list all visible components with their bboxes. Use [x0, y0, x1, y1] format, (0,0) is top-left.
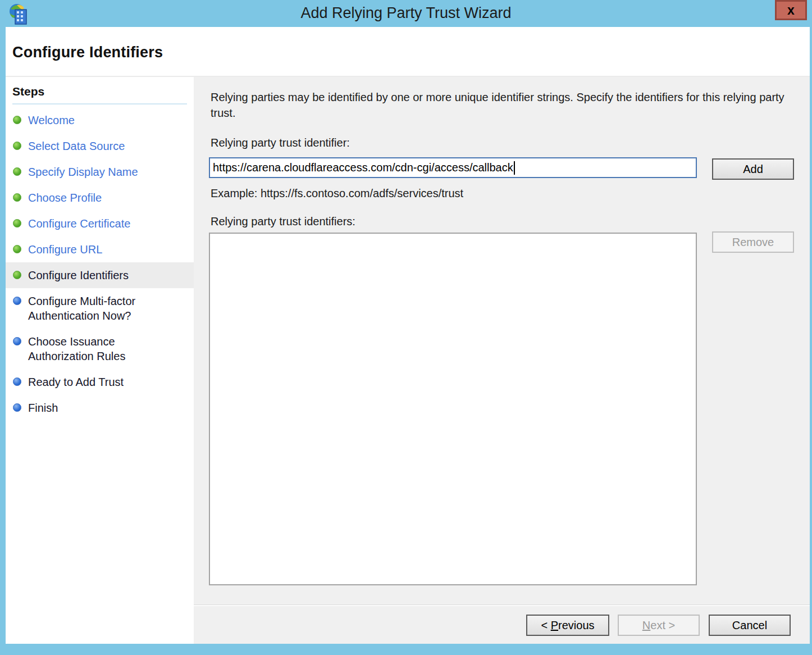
step-label: Choose Issuance Authorization Rules [28, 334, 166, 363]
step-label: Ready to Add Trust [28, 375, 124, 389]
footer-bar: < Previous Next > Cancel [194, 605, 810, 644]
step-item-select-data-source[interactable]: Select Data Source [6, 133, 194, 159]
step-label: Configure Certificate [28, 216, 130, 231]
identifiers-list-label: Relying party trust identifiers: [211, 215, 355, 228]
step-completed-dot-icon [13, 116, 21, 124]
next-button[interactable]: Next > [618, 615, 700, 636]
window-title: Add Relying Party Trust Wizard [0, 4, 812, 22]
step-item-choose-issuance-rules: Choose Issuance Authorization Rules [6, 329, 194, 369]
wizard-window: Add Relying Party Trust Wizard x Configu… [0, 0, 812, 655]
step-label: Finish [28, 401, 58, 415]
step-item-configure-multifactor: Configure Multi-factor Authentication No… [6, 288, 194, 329]
identifier-input[interactable]: https://carena.cloudflareaccess.com/cdn-… [209, 157, 697, 178]
step-completed-dot-icon [13, 193, 21, 202]
step-item-configure-identifiers[interactable]: Configure Identifiers [6, 262, 194, 288]
page-title: Configure Identifiers [12, 44, 163, 61]
step-item-configure-certificate[interactable]: Configure Certificate [6, 211, 194, 236]
main-pane: Relying parties may be identified by one… [194, 77, 810, 605]
step-pending-dot-icon [13, 403, 21, 412]
page-header: Configure Identifiers [6, 27, 810, 77]
step-item-configure-url[interactable]: Configure URL [6, 236, 194, 262]
next-button-label: Next > [642, 619, 675, 632]
step-completed-dot-icon [13, 245, 21, 253]
example-text: Example: https://fs.contoso.com/adfs/ser… [211, 187, 463, 200]
step-completed-dot-icon [13, 142, 21, 150]
steps-list: Welcome Select Data Source Specify Displ… [6, 107, 194, 421]
window-surface: Configure Identifiers Steps Welcome Sele… [6, 27, 810, 644]
add-button[interactable]: Add [712, 158, 794, 180]
step-completed-dot-icon [13, 271, 21, 279]
step-item-finish: Finish [6, 395, 194, 421]
step-label: Configure Multi-factor Authentication No… [28, 294, 166, 323]
step-completed-dot-icon [13, 219, 21, 228]
remove-button[interactable]: Remove [712, 231, 794, 253]
titlebar: Add Relying Party Trust Wizard x [0, 0, 812, 27]
step-pending-dot-icon [13, 297, 21, 305]
step-item-choose-profile[interactable]: Choose Profile [6, 185, 194, 211]
step-label: Configure Identifiers [28, 268, 129, 283]
step-label: Choose Profile [28, 190, 102, 205]
text-caret [514, 161, 515, 175]
step-item-specify-display-name[interactable]: Specify Display Name [6, 159, 194, 185]
identifier-input-value: https://carena.cloudflareaccess.com/cdn-… [213, 161, 513, 174]
step-pending-dot-icon [13, 337, 21, 345]
step-completed-dot-icon [13, 167, 21, 176]
step-label: Welcome [28, 113, 75, 128]
cancel-button[interactable]: Cancel [709, 615, 791, 636]
step-label: Specify Display Name [28, 165, 138, 179]
step-label: Configure URL [28, 242, 102, 257]
step-pending-dot-icon [13, 377, 21, 386]
step-item-ready-to-add-trust: Ready to Add Trust [6, 369, 194, 395]
steps-heading: Steps [12, 85, 187, 104]
step-item-welcome[interactable]: Welcome [6, 107, 194, 133]
page-description: Relying parties may be identified by one… [211, 89, 790, 121]
identifier-field-label: Relying party trust identifier: [211, 137, 350, 149]
steps-sidebar: Steps Welcome Select Data Source Specify… [6, 77, 194, 644]
previous-button[interactable]: < Previous [526, 615, 609, 636]
previous-button-label: < Previous [541, 619, 594, 632]
close-button[interactable]: x [775, 0, 807, 20]
step-label: Select Data Source [28, 139, 125, 153]
identifiers-listbox[interactable] [209, 233, 697, 585]
